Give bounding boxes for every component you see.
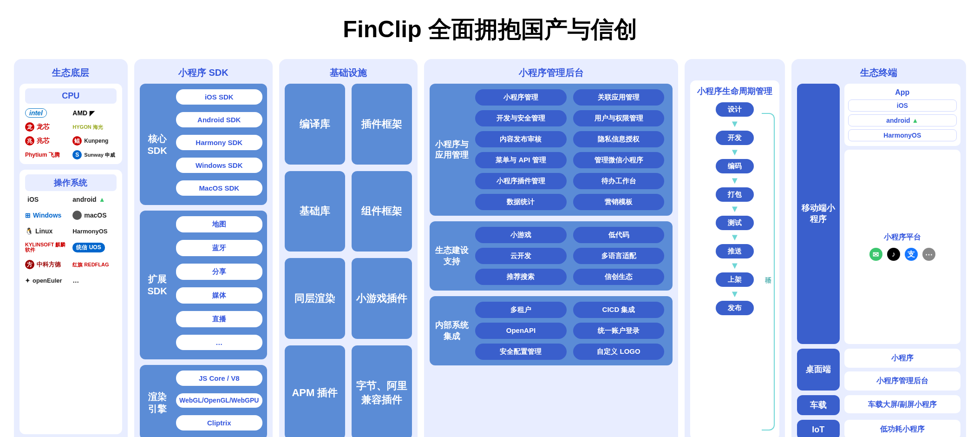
mgmt-item: 小程序插件管理 [475, 173, 567, 189]
group-label: 核心 SDK [144, 132, 170, 157]
loop-label: 循环 [764, 270, 774, 274]
terminal-label: IoT [797, 420, 840, 437]
platform-panel: 小程序平台 ✉ ♪ 支 ⋯ [844, 150, 960, 344]
terminal-item: 小程序管理后台 [844, 371, 960, 391]
logo-kunpeng: 鲲Kunpeng [72, 136, 116, 146]
logo-ios: iOS [25, 196, 69, 203]
mgmt-item: 小程序管理 [475, 89, 567, 106]
terminal-car: 车载 车载大屏/副屏小程序 [797, 395, 960, 415]
arrow-down-icon: ▼ [730, 205, 739, 213]
group-render-engine: 渲染 引擎 JS Core / V8 WebGL/OpenGL/WebGPU C… [140, 365, 267, 437]
infra-box: 基础库 [285, 171, 345, 252]
apple-icon [72, 211, 82, 220]
terminal-iot: IoT 低功耗小程序 [797, 420, 960, 437]
panel-cpu: CPU intel AMD◤ 龙龙芯 HYGON 海光 兆兆芯 鲲Kunpeng… [20, 84, 122, 164]
mgmt-item: 多租户 [475, 302, 567, 318]
mgmt-item: 开发与安全管理 [475, 110, 567, 126]
mgmt-item: 营销模板 [573, 194, 665, 210]
logo-uos: 统信 UOS [72, 242, 116, 252]
logo-windows: ⊞ Windows [25, 211, 69, 220]
sdk-item: Windows SDK [176, 158, 262, 173]
panel-header: CPU [25, 88, 117, 104]
logo-phytium: Phytium 飞腾 [25, 150, 69, 159]
sdk-item: Android SDK [176, 112, 262, 127]
section-label: 内部系统集成 [434, 320, 470, 342]
mgmt-item: 信创生态 [573, 269, 665, 285]
mgmt-item: 安全配置管理 [475, 344, 567, 360]
logo-loongson: 龙龙芯 [25, 122, 69, 132]
mgmt-item: 待办工作台 [573, 173, 665, 189]
sdk-item: 媒体 [176, 287, 262, 304]
terminal-item: 车载大屏/副屏小程序 [844, 395, 960, 413]
mgmt-item: 管理微信小程序 [573, 152, 665, 168]
lifecycle-panel: 小程序生命周期管理 设计 ▼ 开发 ▼ 编码 ▼ 打包 ▼ 测试 ▼ 推送 ▼ … [690, 80, 779, 437]
mgmt-item: 内容发布审核 [475, 131, 567, 147]
sdk-item: JS Core / V8 [176, 371, 262, 386]
sdk-item: 地图 [176, 216, 262, 232]
terminal-label: 移动端小程序 [797, 84, 840, 344]
panel-os: 操作系统 iOS android▲ ⊞ Windows macOS 🐧Linux… [20, 170, 122, 434]
col-header: 小程序管理后台 [430, 66, 673, 79]
os-logos: iOS android▲ ⊞ Windows macOS 🐧Linux Harm… [25, 196, 117, 284]
loop-arrow-icon: 循环 [762, 113, 775, 430]
arrow-down-icon: ▼ [730, 261, 739, 270]
arrow-down-icon: ▼ [730, 176, 739, 185]
tiktok-icon: ♪ [887, 248, 900, 261]
terminal-item: 低功耗小程序 [844, 420, 960, 437]
logo-nfschina: 方中科方德 [25, 260, 69, 269]
terminal-desktop: 桌面端 小程序 小程序管理后台 [797, 349, 960, 391]
logo-macos: macOS [72, 211, 116, 220]
section-eco-build: 生态建设支持 小游戏 低代码 云开发 多语言适配 推荐搜索 信创生态 [430, 221, 673, 291]
mgmt-item: 菜单与 API 管理 [475, 152, 567, 168]
col-header: 小程序 SDK [140, 66, 267, 79]
sdk-item: MacOS SDK [176, 180, 262, 196]
lifecycle-step: 设计 [716, 102, 754, 117]
terminal-mobile: 移动端小程序 App iOS android ▲ HarmonyOS 小程序平台… [797, 84, 960, 344]
sdk-item: WebGL/OpenGL/WebGPU [176, 393, 262, 408]
mgmt-item: 数据统计 [475, 194, 567, 210]
arrow-down-icon: ▼ [730, 233, 739, 241]
app-header: App [848, 88, 957, 97]
column-lifecycle: 小程序生命周期管理 设计 ▼ 开发 ▼ 编码 ▼ 打包 ▼ 测试 ▼ 推送 ▼ … [685, 59, 784, 437]
group-label: 渲染 引擎 [144, 391, 170, 415]
wechat-icon: ✉ [869, 248, 882, 261]
mgmt-item: 自定义 LOGO [573, 344, 665, 360]
logo-android: android▲ [72, 196, 116, 203]
lifecycle-step: 测试 [716, 216, 754, 230]
lifecycle-step: 推送 [716, 244, 754, 258]
mgmt-item: 用户与权限管理 [573, 110, 665, 126]
sdk-item: … [176, 335, 262, 350]
os-badge: android ▲ [848, 114, 957, 126]
logo-intel: intel [25, 108, 69, 118]
diagram-title: FinClip 全面拥抱国产与信创 [14, 14, 966, 45]
infra-box: APM 插件 [285, 345, 345, 437]
column-mgmt: 小程序管理后台 小程序与应用管理 小程序管理 关联应用管理 开发与安全管理 用户… [424, 59, 678, 437]
mgmt-item: OpenAPI [475, 323, 567, 339]
lifecycle-step: 上架 [716, 272, 754, 287]
sdk-item: 直播 [176, 311, 262, 327]
column-terminal: 生态终端 移动端小程序 App iOS android ▲ HarmonyOS … [791, 59, 966, 437]
logo-amd: AMD◤ [72, 108, 116, 118]
mgmt-item: 推荐搜索 [475, 269, 567, 285]
lifecycle-step: 打包 [716, 187, 754, 202]
diagram-grid: 生态底层 CPU intel AMD◤ 龙龙芯 HYGON 海光 兆兆芯 鲲Ku… [14, 59, 966, 437]
lifecycle-step: 发布 [716, 301, 754, 315]
mgmt-item: 关联应用管理 [573, 89, 665, 106]
alipay-icon: 支 [905, 248, 918, 261]
lifecycle-header: 小程序生命周期管理 [696, 86, 773, 97]
terminal-item: 小程序 [844, 349, 960, 368]
terminal-label: 桌面端 [797, 349, 840, 391]
openeuler-icon: ✦ [25, 277, 30, 284]
infra-box: 字节、阿里兼容插件 [352, 345, 412, 437]
mgmt-item: 统一账户登录 [573, 323, 665, 339]
infra-boxes: 编译库 插件框架 基础库 组件框架 同层渲染 小游戏插件 APM 插件 字节、阿… [285, 84, 412, 437]
logo-sunway: SSunway 申威 [72, 150, 116, 159]
app-panel: App iOS android ▲ HarmonyOS [844, 84, 960, 146]
section-label: 生态建设支持 [434, 245, 470, 267]
lifecycle-step: 开发 [716, 131, 754, 145]
sdk-item: 分享 [176, 264, 262, 280]
column-sdk: 小程序 SDK 核心 SDK iOS SDK Android SDK Harmo… [134, 59, 273, 437]
logo-linux: 🐧Linux [25, 227, 69, 235]
infra-box: 编译库 [285, 84, 345, 165]
logo-harmonyos: HarmonyOS [72, 227, 116, 235]
